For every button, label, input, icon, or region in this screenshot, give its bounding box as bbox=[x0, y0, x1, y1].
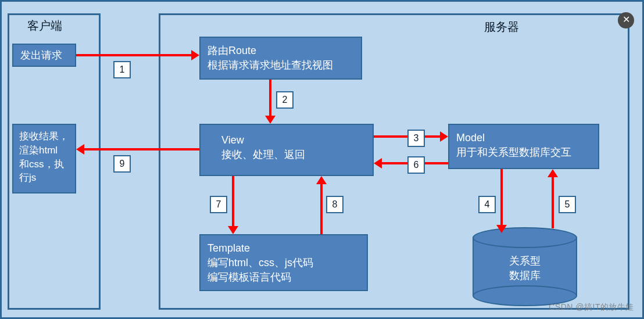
result-line3: 和css，执 bbox=[19, 157, 69, 171]
result-line4: 行js bbox=[19, 171, 69, 185]
arrow-3-head bbox=[440, 131, 448, 142]
template-line2: 编写html、css、js代码 bbox=[207, 256, 360, 270]
view-line2: 接收、处理、返回 bbox=[221, 148, 366, 162]
node-template: Template 编写html、css、js代码 编写模板语言代码 bbox=[199, 234, 368, 291]
arrow-8-head bbox=[316, 176, 327, 184]
close-icon: ✕ bbox=[622, 15, 630, 24]
step-8: 8 bbox=[326, 196, 344, 213]
model-line2: 用于和关系型数据库交互 bbox=[456, 145, 591, 160]
arrow-3 bbox=[374, 135, 440, 138]
arrow-8 bbox=[320, 184, 323, 234]
node-view: View 接收、处理、返回 bbox=[199, 124, 374, 176]
step-9: 9 bbox=[113, 155, 131, 173]
arrow-1-head bbox=[191, 50, 199, 60]
arrow-9-head bbox=[76, 144, 84, 155]
step-4: 4 bbox=[478, 196, 496, 213]
arrow-5-head bbox=[548, 169, 558, 177]
route-line2: 根据请求请求地址查找视图 bbox=[207, 58, 354, 73]
view-line1: View bbox=[221, 133, 366, 148]
arrow-4 bbox=[500, 169, 503, 226]
watermark-text: CSDN @搞IT的放牛娃 bbox=[549, 302, 634, 313]
db-top bbox=[473, 227, 577, 248]
arrow-6-head bbox=[374, 158, 382, 169]
arrow-7 bbox=[232, 176, 234, 226]
step-3: 3 bbox=[407, 130, 425, 147]
arrow-2-head bbox=[265, 116, 276, 124]
result-line1: 接收结果， bbox=[19, 130, 69, 144]
template-line3: 编写模板语言代码 bbox=[207, 270, 360, 285]
node-request: 发出请求 bbox=[12, 44, 76, 67]
node-model: Model 用于和关系型数据库交互 bbox=[448, 124, 599, 169]
step-1: 1 bbox=[113, 61, 131, 78]
close-button[interactable]: ✕ bbox=[618, 12, 634, 28]
db-line1: 关系型 bbox=[473, 254, 577, 268]
node-result: 接收结果， 渲染html 和css，执 行js bbox=[12, 124, 76, 193]
arrow-2 bbox=[269, 80, 271, 116]
step-7: 7 bbox=[210, 196, 227, 213]
arrow-4-head bbox=[496, 225, 507, 233]
node-route: 路由Route 根据请求请求地址查找视图 bbox=[199, 37, 362, 80]
diagram-stage: 客户端 服务器 发出请求 接收结果， 渲染html 和css，执 行js 路由R… bbox=[0, 0, 644, 319]
server-title: 服务器 bbox=[484, 19, 519, 35]
arrow-9 bbox=[84, 148, 199, 150]
step-6: 6 bbox=[407, 156, 425, 174]
template-line1: Template bbox=[207, 241, 360, 256]
model-line1: Model bbox=[456, 131, 591, 145]
arrow-7-head bbox=[228, 226, 238, 234]
node-request-text: 发出请求 bbox=[20, 49, 62, 61]
client-title: 客户端 bbox=[27, 18, 62, 34]
step-2: 2 bbox=[276, 91, 294, 109]
arrow-1 bbox=[76, 54, 191, 56]
result-line2: 渲染html bbox=[19, 144, 69, 157]
node-database: 关系型 数据库 bbox=[473, 227, 577, 303]
step-5: 5 bbox=[559, 196, 576, 213]
db-line2: 数据库 bbox=[473, 268, 577, 283]
db-label: 关系型 数据库 bbox=[473, 254, 577, 283]
arrow-5 bbox=[552, 177, 554, 228]
route-line1: 路由Route bbox=[207, 44, 354, 58]
